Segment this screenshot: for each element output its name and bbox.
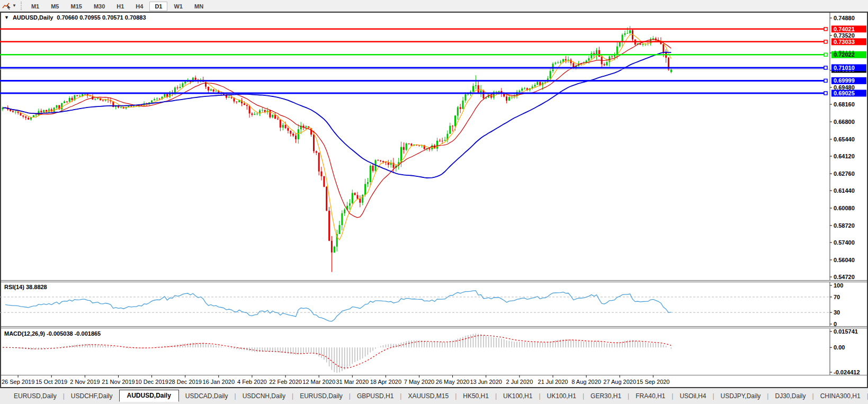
svg-text:10 Dec 2019: 10 Dec 2019 (135, 379, 168, 385)
timeframe-button-d1[interactable]: D1 (149, 2, 167, 11)
timeframe-button-h1[interactable]: H1 (111, 2, 129, 11)
svg-text:0.64120: 0.64120 (834, 153, 855, 159)
chevron-down-icon[interactable]: ▼ (4, 15, 9, 20)
svg-text:0.62760: 0.62760 (834, 170, 855, 177)
svg-text:0.72022: 0.72022 (834, 51, 855, 58)
svg-text:16 Jan 2020: 16 Jan 2020 (203, 379, 235, 385)
svg-text:15 Sep 2020: 15 Sep 2020 (637, 379, 669, 385)
timeframe-button-m15[interactable]: M15 (65, 2, 87, 11)
svg-text:0.74021: 0.74021 (834, 26, 855, 32)
svg-text:26 May 2020: 26 May 2020 (436, 379, 470, 385)
rsi-pane[interactable]: 100 70 30 0 (0, 282, 868, 326)
svg-text:22 Feb 2020: 22 Feb 2020 (269, 379, 302, 385)
main-price-chart[interactable]: 0.748800.735200.721600.708000.694800.681… (0, 13, 868, 280)
svg-text:2 Nov 2019: 2 Nov 2019 (70, 379, 100, 385)
tab-usoil-h4[interactable]: USOil,H4 (673, 391, 712, 402)
svg-text:18 Apr 2020: 18 Apr 2020 (370, 379, 401, 385)
svg-text:26 Sep 2019: 26 Sep 2019 (2, 379, 34, 385)
timeframe-button-h4[interactable]: H4 (130, 2, 148, 11)
svg-text:0.60080: 0.60080 (834, 205, 855, 211)
svg-text:13 Jun 2020: 13 Jun 2020 (470, 379, 502, 385)
pane-splitter[interactable] (1, 326, 867, 328)
svg-text:12 Mar 2020: 12 Mar 2020 (302, 379, 335, 385)
svg-text:0.015741: 0.015741 (834, 329, 858, 335)
svg-text:7 May 2020: 7 May 2020 (404, 379, 434, 385)
tab-china300-h1[interactable]: CHINA300,H1 (814, 391, 867, 402)
svg-text:0.73520: 0.73520 (834, 32, 855, 39)
indicators-icon[interactable] (2, 2, 12, 10)
timeframe-button-mn[interactable]: MN (189, 2, 209, 11)
tab-ger30-h1[interactable]: GER30,H1 (584, 391, 628, 402)
svg-text:0.69999: 0.69999 (834, 77, 855, 84)
ohlc-values: 0.70660 0.70955 0.70571 0.70883 (57, 14, 146, 21)
svg-text:0.57400: 0.57400 (834, 239, 855, 246)
tab-dj30-daily[interactable]: DJ30,Daily (768, 391, 812, 402)
svg-text:0.66800: 0.66800 (834, 119, 855, 125)
svg-text:70: 70 (834, 294, 840, 300)
macd-values: -0.005038 -0.001865 (47, 330, 101, 337)
rsi-indicator-label: RSI(14) 38.8828 (4, 284, 47, 290)
rsi-value: 38.8828 (26, 284, 47, 290)
svg-text:8 Aug 2020: 8 Aug 2020 (571, 379, 601, 385)
toolbar-separator (21, 2, 23, 10)
svg-text:100: 100 (834, 282, 843, 289)
symbol-tab-bar: EURUSD,Daily|USDCHF,DailyAUDUSD,DailyUSD… (0, 389, 868, 402)
svg-text:0.61440: 0.61440 (834, 187, 855, 194)
tab-usdchf-daily[interactable]: USDCHF,Daily (65, 391, 119, 402)
timeframe-button-w1[interactable]: W1 (168, 2, 188, 11)
tab-fra40-h1[interactable]: FRA40,H1 (629, 391, 672, 402)
svg-text:15 Oct 2019: 15 Oct 2019 (35, 379, 67, 385)
svg-text:30: 30 (834, 309, 840, 316)
tab-audusd-daily[interactable]: AUDUSD,Daily (119, 390, 179, 402)
svg-text:0.54720: 0.54720 (834, 274, 855, 280)
svg-text:31 Mar 2020: 31 Mar 2020 (336, 379, 369, 385)
svg-text:0.68160: 0.68160 (834, 101, 855, 107)
chart-title: ▼ AUDUSD,Daily 0.70660 0.70955 0.70571 0… (4, 14, 146, 21)
timeframe-button-m30[interactable]: M30 (88, 2, 110, 11)
tab-eurusd-daily[interactable]: EURUSD,Daily (293, 391, 349, 402)
svg-text:0.58720: 0.58720 (834, 222, 855, 229)
tab-hk50-h1[interactable]: HK50,H1 (457, 391, 495, 402)
timeframe-buttons: M1M5M15M30H1H4D1W1MN (25, 1, 209, 11)
symbol-label: AUDUSD,Daily (13, 14, 53, 21)
macd-indicator-label: MACD(12,26,9) -0.005038 -0.001865 (4, 330, 101, 337)
tab-xauusd-m15[interactable]: XAUUSD,M15 (401, 391, 455, 402)
svg-text:0.73033: 0.73033 (834, 39, 855, 45)
tab-eurusd-daily[interactable]: EURUSD,Daily (7, 391, 63, 402)
svg-text:0.00: 0.00 (834, 344, 845, 351)
tab-uk100-h1[interactable]: UK100,H1 (541, 391, 583, 402)
top-toolbar: ▼ M1M5M15M30H1H4D1W1MN (0, 0, 868, 12)
tab-gbpusd-h1[interactable]: GBPUSD,H1 (351, 391, 400, 402)
chevron-down-icon[interactable]: ▼ (12, 3, 16, 8)
timeframe-button-m5[interactable]: M5 (46, 2, 64, 11)
tab-usdjpy-daily[interactable]: USDJPY,Daily (714, 391, 767, 402)
svg-text:28 Dec 2019: 28 Dec 2019 (169, 379, 202, 385)
tab-usdcnh-daily[interactable]: USDCNH,Daily (236, 391, 292, 402)
tab-uk100-h1[interactable]: UK100,H1 (497, 391, 539, 402)
svg-text:21 Jul 2020: 21 Jul 2020 (538, 379, 568, 385)
timeframe-button-m1[interactable]: M1 (26, 2, 44, 11)
svg-text:27 Aug 2020: 27 Aug 2020 (603, 379, 636, 385)
svg-text:0.65440: 0.65440 (834, 136, 855, 142)
svg-text:0.71010: 0.71010 (834, 65, 855, 71)
svg-text:0.69025: 0.69025 (834, 90, 855, 96)
tab-usdcad-daily[interactable]: USDCAD,Daily (179, 391, 235, 402)
svg-text:0: 0 (834, 321, 837, 326)
svg-text:2 Jul 2020: 2 Jul 2020 (506, 379, 533, 385)
macd-pane[interactable]: 0.015741 0.00 -0.024412 (0, 329, 868, 375)
svg-text:0.56040: 0.56040 (834, 257, 855, 263)
svg-text:21 Nov 2019: 21 Nov 2019 (102, 379, 135, 385)
svg-text:4 Feb 2020: 4 Feb 2020 (237, 379, 267, 385)
date-axis: 26 Sep 2019 15 Oct 2019 2 Nov 2019 21 No… (0, 375, 868, 387)
svg-text:0.74880: 0.74880 (834, 15, 855, 21)
